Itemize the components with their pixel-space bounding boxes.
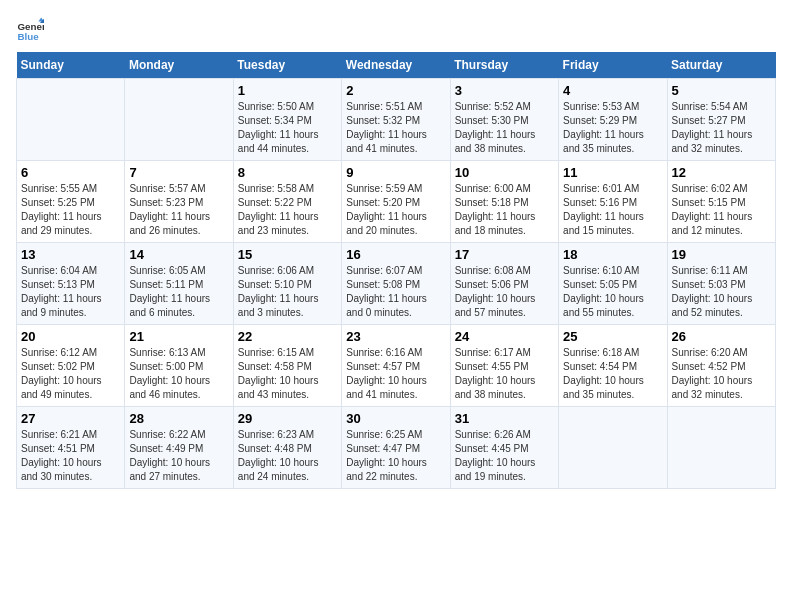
calendar-cell xyxy=(559,407,667,489)
day-number: 24 xyxy=(455,329,554,344)
day-number: 5 xyxy=(672,83,771,98)
calendar-cell xyxy=(125,79,233,161)
day-info: Sunrise: 6:21 AM Sunset: 4:51 PM Dayligh… xyxy=(21,428,120,484)
day-info: Sunrise: 6:04 AM Sunset: 5:13 PM Dayligh… xyxy=(21,264,120,320)
calendar-cell: 27Sunrise: 6:21 AM Sunset: 4:51 PM Dayli… xyxy=(17,407,125,489)
calendar-cell: 7Sunrise: 5:57 AM Sunset: 5:23 PM Daylig… xyxy=(125,161,233,243)
day-number: 9 xyxy=(346,165,445,180)
calendar-week-row: 13Sunrise: 6:04 AM Sunset: 5:13 PM Dayli… xyxy=(17,243,776,325)
day-info: Sunrise: 5:59 AM Sunset: 5:20 PM Dayligh… xyxy=(346,182,445,238)
day-info: Sunrise: 6:01 AM Sunset: 5:16 PM Dayligh… xyxy=(563,182,662,238)
day-number: 13 xyxy=(21,247,120,262)
day-info: Sunrise: 5:57 AM Sunset: 5:23 PM Dayligh… xyxy=(129,182,228,238)
day-info: Sunrise: 6:13 AM Sunset: 5:00 PM Dayligh… xyxy=(129,346,228,402)
day-number: 4 xyxy=(563,83,662,98)
calendar-cell: 18Sunrise: 6:10 AM Sunset: 5:05 PM Dayli… xyxy=(559,243,667,325)
calendar-table: SundayMondayTuesdayWednesdayThursdayFrid… xyxy=(16,52,776,489)
day-number: 12 xyxy=(672,165,771,180)
logo-icon: General Blue xyxy=(16,16,44,44)
day-header-monday: Monday xyxy=(125,52,233,79)
day-header-saturday: Saturday xyxy=(667,52,775,79)
day-number: 1 xyxy=(238,83,337,98)
day-info: Sunrise: 6:15 AM Sunset: 4:58 PM Dayligh… xyxy=(238,346,337,402)
day-header-tuesday: Tuesday xyxy=(233,52,341,79)
day-info: Sunrise: 5:50 AM Sunset: 5:34 PM Dayligh… xyxy=(238,100,337,156)
day-number: 10 xyxy=(455,165,554,180)
calendar-cell: 16Sunrise: 6:07 AM Sunset: 5:08 PM Dayli… xyxy=(342,243,450,325)
day-number: 28 xyxy=(129,411,228,426)
day-info: Sunrise: 5:55 AM Sunset: 5:25 PM Dayligh… xyxy=(21,182,120,238)
calendar-cell: 22Sunrise: 6:15 AM Sunset: 4:58 PM Dayli… xyxy=(233,325,341,407)
day-info: Sunrise: 6:17 AM Sunset: 4:55 PM Dayligh… xyxy=(455,346,554,402)
day-header-thursday: Thursday xyxy=(450,52,558,79)
calendar-cell: 14Sunrise: 6:05 AM Sunset: 5:11 PM Dayli… xyxy=(125,243,233,325)
calendar-cell: 6Sunrise: 5:55 AM Sunset: 5:25 PM Daylig… xyxy=(17,161,125,243)
day-number: 8 xyxy=(238,165,337,180)
day-number: 3 xyxy=(455,83,554,98)
day-info: Sunrise: 6:18 AM Sunset: 4:54 PM Dayligh… xyxy=(563,346,662,402)
calendar-cell: 23Sunrise: 6:16 AM Sunset: 4:57 PM Dayli… xyxy=(342,325,450,407)
calendar-cell: 13Sunrise: 6:04 AM Sunset: 5:13 PM Dayli… xyxy=(17,243,125,325)
day-number: 7 xyxy=(129,165,228,180)
day-info: Sunrise: 6:20 AM Sunset: 4:52 PM Dayligh… xyxy=(672,346,771,402)
day-info: Sunrise: 6:11 AM Sunset: 5:03 PM Dayligh… xyxy=(672,264,771,320)
day-info: Sunrise: 6:26 AM Sunset: 4:45 PM Dayligh… xyxy=(455,428,554,484)
calendar-week-row: 6Sunrise: 5:55 AM Sunset: 5:25 PM Daylig… xyxy=(17,161,776,243)
day-info: Sunrise: 6:23 AM Sunset: 4:48 PM Dayligh… xyxy=(238,428,337,484)
calendar-cell: 9Sunrise: 5:59 AM Sunset: 5:20 PM Daylig… xyxy=(342,161,450,243)
day-number: 14 xyxy=(129,247,228,262)
day-number: 11 xyxy=(563,165,662,180)
day-number: 30 xyxy=(346,411,445,426)
calendar-cell: 4Sunrise: 5:53 AM Sunset: 5:29 PM Daylig… xyxy=(559,79,667,161)
day-info: Sunrise: 6:07 AM Sunset: 5:08 PM Dayligh… xyxy=(346,264,445,320)
calendar-cell: 11Sunrise: 6:01 AM Sunset: 5:16 PM Dayli… xyxy=(559,161,667,243)
calendar-cell: 17Sunrise: 6:08 AM Sunset: 5:06 PM Dayli… xyxy=(450,243,558,325)
day-info: Sunrise: 6:05 AM Sunset: 5:11 PM Dayligh… xyxy=(129,264,228,320)
day-info: Sunrise: 6:25 AM Sunset: 4:47 PM Dayligh… xyxy=(346,428,445,484)
calendar-cell: 10Sunrise: 6:00 AM Sunset: 5:18 PM Dayli… xyxy=(450,161,558,243)
day-info: Sunrise: 6:08 AM Sunset: 5:06 PM Dayligh… xyxy=(455,264,554,320)
calendar-cell: 25Sunrise: 6:18 AM Sunset: 4:54 PM Dayli… xyxy=(559,325,667,407)
day-number: 25 xyxy=(563,329,662,344)
calendar-week-row: 1Sunrise: 5:50 AM Sunset: 5:34 PM Daylig… xyxy=(17,79,776,161)
day-info: Sunrise: 6:16 AM Sunset: 4:57 PM Dayligh… xyxy=(346,346,445,402)
day-info: Sunrise: 5:52 AM Sunset: 5:30 PM Dayligh… xyxy=(455,100,554,156)
day-info: Sunrise: 6:00 AM Sunset: 5:18 PM Dayligh… xyxy=(455,182,554,238)
day-number: 20 xyxy=(21,329,120,344)
calendar-week-row: 20Sunrise: 6:12 AM Sunset: 5:02 PM Dayli… xyxy=(17,325,776,407)
calendar-cell: 31Sunrise: 6:26 AM Sunset: 4:45 PM Dayli… xyxy=(450,407,558,489)
day-info: Sunrise: 6:02 AM Sunset: 5:15 PM Dayligh… xyxy=(672,182,771,238)
calendar-cell: 28Sunrise: 6:22 AM Sunset: 4:49 PM Dayli… xyxy=(125,407,233,489)
day-info: Sunrise: 6:22 AM Sunset: 4:49 PM Dayligh… xyxy=(129,428,228,484)
calendar-body: 1Sunrise: 5:50 AM Sunset: 5:34 PM Daylig… xyxy=(17,79,776,489)
svg-text:Blue: Blue xyxy=(17,31,39,42)
day-info: Sunrise: 5:58 AM Sunset: 5:22 PM Dayligh… xyxy=(238,182,337,238)
calendar-cell: 21Sunrise: 6:13 AM Sunset: 5:00 PM Dayli… xyxy=(125,325,233,407)
calendar-cell: 26Sunrise: 6:20 AM Sunset: 4:52 PM Dayli… xyxy=(667,325,775,407)
day-number: 18 xyxy=(563,247,662,262)
calendar-cell: 24Sunrise: 6:17 AM Sunset: 4:55 PM Dayli… xyxy=(450,325,558,407)
calendar-cell: 12Sunrise: 6:02 AM Sunset: 5:15 PM Dayli… xyxy=(667,161,775,243)
calendar-header-row: SundayMondayTuesdayWednesdayThursdayFrid… xyxy=(17,52,776,79)
day-info: Sunrise: 6:12 AM Sunset: 5:02 PM Dayligh… xyxy=(21,346,120,402)
calendar-cell xyxy=(17,79,125,161)
calendar-cell: 29Sunrise: 6:23 AM Sunset: 4:48 PM Dayli… xyxy=(233,407,341,489)
day-number: 22 xyxy=(238,329,337,344)
calendar-cell: 1Sunrise: 5:50 AM Sunset: 5:34 PM Daylig… xyxy=(233,79,341,161)
day-header-wednesday: Wednesday xyxy=(342,52,450,79)
calendar-cell xyxy=(667,407,775,489)
day-number: 6 xyxy=(21,165,120,180)
day-number: 2 xyxy=(346,83,445,98)
day-number: 17 xyxy=(455,247,554,262)
page-header: General Blue xyxy=(16,16,776,44)
day-number: 26 xyxy=(672,329,771,344)
day-info: Sunrise: 5:54 AM Sunset: 5:27 PM Dayligh… xyxy=(672,100,771,156)
calendar-week-row: 27Sunrise: 6:21 AM Sunset: 4:51 PM Dayli… xyxy=(17,407,776,489)
calendar-cell: 3Sunrise: 5:52 AM Sunset: 5:30 PM Daylig… xyxy=(450,79,558,161)
day-info: Sunrise: 6:10 AM Sunset: 5:05 PM Dayligh… xyxy=(563,264,662,320)
calendar-cell: 20Sunrise: 6:12 AM Sunset: 5:02 PM Dayli… xyxy=(17,325,125,407)
day-header-sunday: Sunday xyxy=(17,52,125,79)
day-number: 16 xyxy=(346,247,445,262)
day-info: Sunrise: 5:51 AM Sunset: 5:32 PM Dayligh… xyxy=(346,100,445,156)
day-number: 19 xyxy=(672,247,771,262)
